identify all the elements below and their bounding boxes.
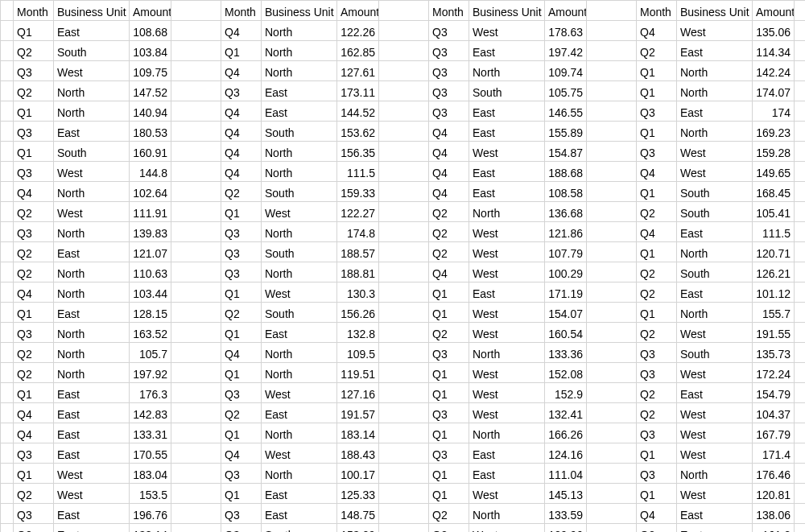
cell-amount[interactable]: 172.24 (753, 363, 795, 383)
cell-month[interactable]: Q1 (14, 142, 54, 162)
cell-month[interactable]: Q4 (429, 262, 469, 282)
cell-amount[interactable]: 135.06 (753, 21, 795, 41)
cell-business-unit[interactable]: East (54, 122, 130, 142)
cell-amount[interactable]: 171.4 (753, 443, 795, 464)
cell-business-unit[interactable]: North (54, 81, 130, 101)
cell-business-unit[interactable]: West (469, 303, 545, 323)
cell-amount[interactable]: 160.91 (130, 142, 171, 162)
cell-month[interactable]: Q2 (637, 524, 677, 533)
cell-amount[interactable]: 191.55 (753, 323, 795, 343)
cell-amount[interactable]: 153.5 (130, 484, 171, 504)
cell-month[interactable]: Q4 (14, 182, 54, 202)
cell-month[interactable]: Q3 (429, 41, 469, 61)
cell-month[interactable]: Q2 (429, 202, 469, 222)
cell-amount[interactable]: 146.55 (545, 101, 587, 122)
cell-month[interactable]: Q1 (221, 484, 262, 504)
cell-month[interactable]: Q2 (14, 262, 54, 282)
cell-month[interactable]: Q1 (221, 363, 262, 383)
col-header-month[interactable]: Month (14, 1, 54, 21)
cell-month[interactable]: Q1 (14, 383, 54, 403)
cell-amount[interactable]: 168.45 (753, 182, 795, 202)
cell-amount[interactable]: 154.07 (545, 303, 587, 323)
cell-amount[interactable]: 144.52 (337, 101, 379, 122)
cell-amount[interactable]: 188.43 (337, 443, 379, 464)
cell-amount[interactable]: 111.5 (753, 222, 795, 242)
cell-month[interactable]: Q3 (429, 61, 469, 81)
cell-amount[interactable]: 174 (753, 101, 795, 122)
col-header-month[interactable]: Month (221, 1, 262, 21)
cell-business-unit[interactable]: North (54, 182, 130, 202)
cell-business-unit[interactable]: East (54, 303, 130, 323)
cell-business-unit[interactable]: West (677, 423, 753, 443)
cell-business-unit[interactable]: North (262, 162, 337, 182)
cell-amount[interactable]: 173.11 (337, 81, 379, 101)
cell-month[interactable]: Q3 (429, 21, 469, 41)
cell-amount[interactable]: 126.21 (753, 262, 795, 282)
cell-business-unit[interactable]: West (677, 142, 753, 162)
cell-business-unit[interactable]: North (54, 343, 130, 363)
cell-month[interactable]: Q4 (221, 343, 262, 363)
cell-business-unit[interactable]: North (262, 41, 337, 61)
cell-business-unit[interactable]: West (469, 383, 545, 403)
cell-business-unit[interactable]: North (677, 81, 753, 101)
cell-business-unit[interactable]: East (262, 403, 337, 423)
cell-month[interactable]: Q1 (221, 41, 262, 61)
cell-month[interactable]: Q2 (637, 202, 677, 222)
cell-amount[interactable]: 180.53 (130, 122, 171, 142)
cell-business-unit[interactable]: North (262, 363, 337, 383)
cell-month[interactable]: Q2 (429, 524, 469, 533)
cell-amount[interactable]: 139.83 (130, 222, 171, 242)
cell-month[interactable]: Q2 (14, 81, 54, 101)
cell-business-unit[interactable]: West (677, 403, 753, 423)
cell-month[interactable]: Q4 (221, 101, 262, 122)
cell-month[interactable]: Q2 (429, 504, 469, 524)
cell-month[interactable]: Q2 (221, 403, 262, 423)
col-header-amount[interactable]: Amount (130, 1, 171, 21)
cell-amount[interactable]: 153.09 (337, 524, 379, 533)
cell-amount[interactable]: 156.26 (337, 303, 379, 323)
cell-business-unit[interactable]: North (262, 61, 337, 81)
cell-month[interactable]: Q3 (14, 222, 54, 242)
cell-amount[interactable]: 154.87 (545, 142, 587, 162)
cell-amount[interactable]: 188.68 (545, 162, 587, 182)
cell-month[interactable]: Q3 (637, 363, 677, 383)
cell-month[interactable]: Q4 (637, 222, 677, 242)
cell-business-unit[interactable]: East (469, 443, 545, 464)
cell-amount[interactable]: 162.85 (337, 41, 379, 61)
cell-business-unit[interactable]: West (469, 323, 545, 343)
cell-amount[interactable]: 197.42 (545, 41, 587, 61)
cell-business-unit[interactable]: East (677, 222, 753, 242)
cell-month[interactable]: Q1 (221, 423, 262, 443)
cell-amount[interactable]: 171.19 (545, 282, 587, 303)
cell-amount[interactable]: 153.62 (337, 122, 379, 142)
cell-business-unit[interactable]: East (677, 41, 753, 61)
cell-business-unit[interactable]: South (677, 262, 753, 282)
cell-month[interactable]: Q3 (429, 343, 469, 363)
cell-month[interactable]: Q3 (14, 61, 54, 81)
cell-business-unit[interactable]: West (469, 363, 545, 383)
cell-month[interactable]: Q2 (637, 41, 677, 61)
cell-amount[interactable]: 144.8 (130, 162, 171, 182)
cell-amount[interactable]: 174.07 (753, 81, 795, 101)
cell-business-unit[interactable]: West (469, 403, 545, 423)
cell-amount[interactable]: 120.81 (753, 484, 795, 504)
cell-month[interactable]: Q2 (14, 363, 54, 383)
cell-amount[interactable]: 130.3 (337, 282, 379, 303)
cell-month[interactable]: Q3 (221, 524, 262, 533)
cell-month[interactable]: Q1 (14, 21, 54, 41)
cell-month[interactable]: Q2 (14, 524, 54, 533)
cell-month[interactable]: Q4 (637, 504, 677, 524)
cell-month[interactable]: Q2 (429, 242, 469, 262)
cell-business-unit[interactable]: South (262, 242, 337, 262)
cell-month[interactable]: Q3 (14, 323, 54, 343)
cell-business-unit[interactable]: North (262, 464, 337, 484)
cell-business-unit[interactable]: West (469, 262, 545, 282)
cell-month[interactable]: Q1 (429, 282, 469, 303)
cell-business-unit[interactable]: West (469, 222, 545, 242)
cell-business-unit[interactable]: North (677, 122, 753, 142)
cell-amount[interactable]: 108.58 (545, 182, 587, 202)
cell-amount[interactable]: 163.52 (130, 323, 171, 343)
cell-month[interactable]: Q4 (429, 122, 469, 142)
cell-amount[interactable]: 110.63 (130, 262, 171, 282)
cell-business-unit[interactable]: South (262, 524, 337, 533)
